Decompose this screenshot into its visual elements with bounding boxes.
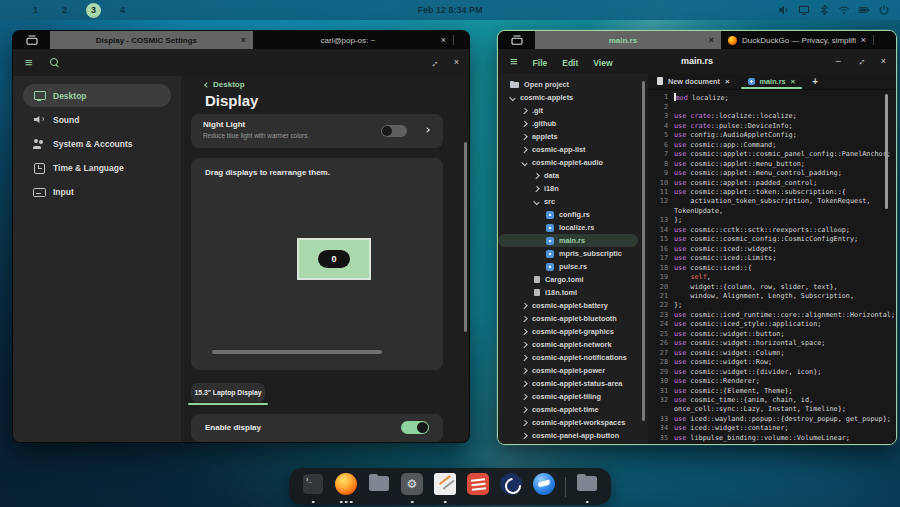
dock-item-terminal[interactable] (301, 468, 325, 505)
workspace-2[interactable]: 2 (57, 3, 72, 18)
sidebar-item-system-accounts[interactable]: System & Accounts (23, 132, 171, 155)
close-tab-icon[interactable]: × (709, 36, 714, 45)
battery-icon[interactable] (858, 4, 870, 16)
display-icon[interactable] (798, 4, 810, 16)
maximize-icon[interactable]: ↔ (854, 54, 868, 68)
sidebar-item-sound[interactable]: Sound (23, 108, 171, 131)
tree-item-i18n[interactable]: i18n (498, 182, 648, 195)
system-tray[interactable] (778, 0, 890, 20)
line-number (654, 207, 668, 216)
tree-item-cosmic-applets[interactable]: cosmic-applets (498, 91, 648, 104)
dock-item-mattermost[interactable] (499, 468, 523, 505)
sidebar-item-time-language[interactable]: Time & Language (23, 156, 171, 179)
bluetooth-icon[interactable] (818, 4, 830, 16)
new-tab-button[interactable]: + (804, 73, 826, 89)
dock-item-todoist[interactable] (466, 468, 490, 505)
settings-titlebar[interactable]: ≡ ↔ × (13, 49, 469, 76)
doc-tab-new-document[interactable]: New document× (648, 73, 739, 89)
editor-menubar[interactable]: ≡ FileEditView main.rs – ↔ × (498, 49, 896, 73)
tree-item-mpris-subscriptic[interactable]: mpris_subscriptic (498, 247, 648, 260)
window-tab-firefox[interactable]: DuckDuckGo — Privacy, simplified. — Mozi… (721, 31, 873, 49)
horizontal-scrollbar[interactable] (212, 350, 382, 354)
dock-item-settings[interactable] (400, 468, 424, 505)
display-thumbnail[interactable]: 0 (297, 238, 371, 280)
enable-display-toggle[interactable] (401, 421, 429, 434)
close-tab-icon[interactable]: × (725, 77, 730, 86)
window-tab-settings[interactable]: Display - COSMIC Settings × (50, 31, 253, 49)
vertical-scrollbar[interactable] (642, 81, 645, 421)
close-icon[interactable]: × (454, 58, 459, 67)
night-light-card[interactable]: Night Light Reduce blue light with warme… (191, 114, 443, 148)
line-number: 22 (654, 301, 668, 310)
dock-item-text-editor[interactable] (433, 468, 457, 505)
tree-item-cosmic-applet-bluetooth[interactable]: cosmic-applet-bluetooth (498, 312, 648, 325)
vertical-scrollbar[interactable] (885, 94, 888, 209)
dock-item-thunderbird[interactable] (532, 468, 556, 505)
tree-item-cosmic-applet-graphics[interactable]: cosmic-applet-graphics (498, 325, 648, 338)
tree-item-cosmic-applet-workspaces[interactable]: cosmic-applet-workspaces (498, 416, 648, 429)
dock (289, 468, 611, 505)
tree-item-localize-rs[interactable]: localize.rs (498, 221, 648, 234)
dock-item-files[interactable] (367, 468, 391, 505)
sidebar-item-desktop[interactable]: Desktop (23, 84, 171, 107)
close-tab-icon[interactable]: × (441, 36, 446, 45)
tree-item--git[interactable]: .git (498, 104, 648, 117)
tree-item--github[interactable]: .github (498, 117, 648, 130)
minimize-icon[interactable]: – (836, 57, 841, 66)
vertical-scrollbar[interactable] (464, 142, 467, 332)
code-editor[interactable]: 1mod localize;23use crate::localize::loc… (648, 90, 896, 444)
menu-edit[interactable]: Edit (562, 58, 578, 68)
window-tab-editor[interactable]: main.rs × (535, 31, 721, 49)
night-light-toggle[interactable] (381, 125, 407, 137)
close-tab-icon[interactable]: × (791, 77, 796, 86)
tree-item-cosmic-applet-tiling[interactable]: cosmic-applet-tiling (498, 390, 648, 403)
menu-view[interactable]: View (593, 58, 612, 68)
tree-item-cosmic-applet-battery[interactable]: cosmic-applet-battery (498, 299, 648, 312)
tree-item-data[interactable]: data (498, 169, 648, 182)
workspace-4[interactable]: 4 (115, 3, 130, 18)
chevron-right-icon (521, 380, 527, 386)
tree-item-cosmic-applet-time[interactable]: cosmic-applet-time (498, 403, 648, 416)
tree-item-cosmic-applet-audio[interactable]: cosmic-applet-audio (498, 156, 648, 169)
tab-laptop-display[interactable]: 15.3" Laptop Display (191, 383, 265, 402)
search-icon[interactable] (50, 58, 60, 68)
doc-tab-main-rs[interactable]: main.rs× (739, 73, 805, 89)
tree-item-cosmic-applet-notifications[interactable]: cosmic-applet-notifications (498, 351, 648, 364)
dock-item-firefox[interactable] (334, 468, 358, 505)
dock-item-folder[interactable] (575, 468, 599, 505)
close-icon[interactable]: × (881, 57, 886, 66)
tree-item-i18n-toml[interactable]: i18n.toml (498, 286, 648, 299)
tree-item-cosmic-applet-network[interactable]: cosmic-applet-network (498, 338, 648, 351)
tree-item-cargo-toml[interactable]: Cargo.toml (498, 273, 648, 286)
running-indicator (312, 501, 315, 504)
sidebar-item-input[interactable]: Input (23, 180, 171, 203)
tree-item-main-rs[interactable]: main.rs (498, 234, 638, 247)
menu-file[interactable]: File (533, 58, 548, 68)
tree-item-pulse-rs[interactable]: pulse.rs (498, 260, 648, 273)
tree-item-cosmic-app-list[interactable]: cosmic-app-list (498, 143, 648, 156)
tree-item-open-project[interactable]: Open project (498, 78, 648, 91)
window-stack-button[interactable] (13, 31, 50, 49)
volume-icon[interactable] (778, 4, 790, 16)
tree-item-cosmic-applet-power[interactable]: cosmic-applet-power (498, 364, 648, 377)
workspace-switcher[interactable]: 1234 (28, 3, 130, 18)
close-tab-icon[interactable]: × (861, 36, 866, 45)
menu-icon[interactable]: ≡ (510, 55, 518, 68)
window-tab-terminal[interactable]: carl@pop-os: ~ × (253, 31, 453, 49)
workspace-1[interactable]: 1 (28, 3, 43, 18)
workspace-3[interactable]: 3 (86, 3, 101, 18)
tree-item-src[interactable]: src (498, 195, 648, 208)
tree-item-cosmic-applet-status-area[interactable]: cosmic-applet-status-area (498, 377, 648, 390)
menu-icon[interactable]: ≡ (25, 56, 33, 69)
tree-item-applets[interactable]: applets (498, 130, 648, 143)
tree-item-config-rs[interactable]: config.rs (498, 208, 648, 221)
wifi-icon[interactable] (838, 4, 850, 16)
code-text: use cosmic::widget::horizontal_space; (674, 339, 825, 348)
back-link[interactable]: Desktop (205, 80, 245, 89)
window-stack-button[interactable] (498, 31, 535, 49)
close-tab-icon[interactable]: × (241, 36, 246, 45)
power-icon[interactable] (878, 4, 890, 16)
tree-item-cosmic-panel-app-button[interactable]: cosmic-panel-app-button (498, 429, 648, 442)
clock[interactable]: Feb 12 8:34 PM (417, 5, 482, 15)
maximize-icon[interactable]: ↔ (427, 55, 441, 69)
